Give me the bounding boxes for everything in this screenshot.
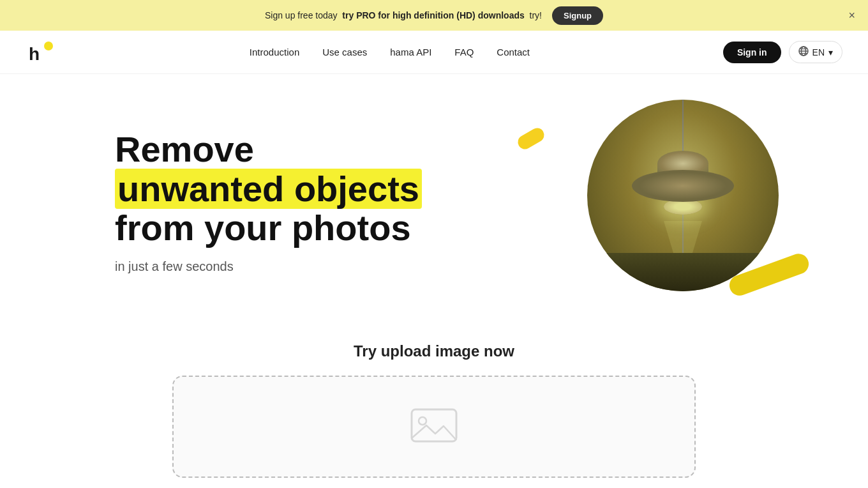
logo-icon: h bbox=[26, 37, 56, 68]
nav-links: Introduction Use cases hama API FAQ Cont… bbox=[250, 47, 530, 58]
logo-link[interactable]: h bbox=[26, 37, 56, 68]
upload-section: Try upload image now bbox=[0, 330, 868, 488]
hero-text: Remove unwanted objects from your photos… bbox=[115, 130, 422, 274]
hero-title-line2: unwanted objects bbox=[115, 169, 422, 209]
svg-rect-8 bbox=[412, 409, 456, 441]
ufo-scene bbox=[587, 100, 779, 291]
top-banner: Sign up free today try PRO for high defi… bbox=[0, 0, 868, 31]
banner-close-button[interactable]: × bbox=[848, 10, 855, 21]
svg-point-9 bbox=[419, 417, 426, 425]
banner-text: Sign up free today try PRO for high defi… bbox=[265, 10, 542, 20]
svg-point-2 bbox=[44, 42, 53, 50]
banner-signup-button[interactable]: Signup bbox=[552, 6, 603, 25]
nav-link-faq[interactable]: FAQ bbox=[454, 47, 474, 57]
nav-link-use-cases[interactable]: Use cases bbox=[322, 47, 367, 57]
hero-subtitle: in just a few seconds bbox=[115, 259, 422, 274]
deco-pill-left bbox=[515, 125, 546, 151]
upload-icon-area bbox=[408, 403, 460, 450]
upload-image-icon bbox=[408, 403, 460, 448]
hero-title-line1: Remove bbox=[115, 129, 254, 169]
chevron-down-icon: ▾ bbox=[828, 47, 833, 57]
nav-link-contact[interactable]: Contact bbox=[497, 47, 530, 57]
hero-section: Remove unwanted objects from your photos… bbox=[0, 74, 868, 330]
upload-dropzone[interactable] bbox=[172, 376, 696, 478]
nav-link-introduction[interactable]: Introduction bbox=[250, 47, 299, 57]
main-nav: h Introduction Use cases hama API FAQ Co… bbox=[0, 31, 868, 74]
ufo-disc bbox=[632, 170, 734, 202]
language-selector[interactable]: EN ▾ bbox=[789, 41, 842, 63]
svg-text:h: h bbox=[29, 44, 40, 64]
hero-title-line3: from your photos bbox=[115, 208, 411, 248]
sign-in-button[interactable]: Sign in bbox=[723, 42, 781, 63]
globe-icon bbox=[798, 46, 809, 58]
upload-title: Try upload image now bbox=[0, 342, 868, 360]
nav-link-hama-api[interactable]: hama API bbox=[390, 47, 431, 57]
lang-label: EN bbox=[812, 47, 825, 57]
banner-text-suffix: try! bbox=[530, 10, 542, 20]
hero-image bbox=[523, 100, 791, 304]
banner-text-prefix: Sign up free today bbox=[265, 10, 338, 20]
hero-title: Remove unwanted objects from your photos bbox=[115, 130, 422, 248]
nav-right: Sign in EN ▾ bbox=[723, 41, 842, 63]
ufo-body bbox=[632, 144, 734, 215]
banner-text-highlight: try PRO for high definition (HD) downloa… bbox=[342, 10, 524, 20]
